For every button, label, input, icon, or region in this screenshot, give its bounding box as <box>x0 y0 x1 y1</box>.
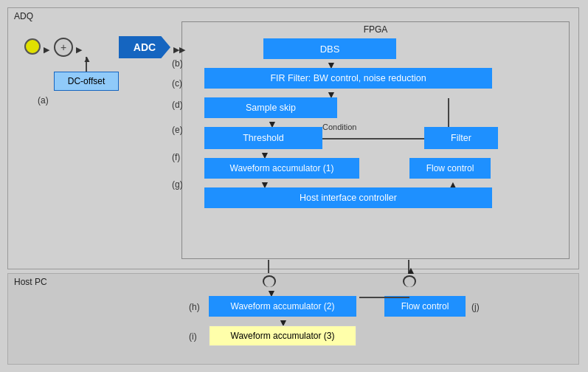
adc-box: ADC <box>119 36 170 58</box>
arrow-sum-adc: ▶ <box>76 45 82 55</box>
waveform-acc-2-box: Waveform accumulator (2) <box>209 296 356 317</box>
label-f: (f) <box>172 152 180 162</box>
waveform-acc-1-box: Waveform accumulator (1) <box>204 158 359 179</box>
flow-control-2-box: Flow control <box>384 296 466 317</box>
adq-label: ADQ <box>14 11 33 21</box>
condition-line <box>322 138 424 140</box>
label-b: (b) <box>172 58 183 69</box>
dc-offset-box: DC-offset <box>54 72 119 91</box>
condition-label: Condition <box>322 123 356 131</box>
fpga-label: FPGA <box>182 22 569 35</box>
label-d: (d) <box>172 100 183 110</box>
flow-control-1-box: Flow control <box>409 158 491 179</box>
arrow-in: ▶ <box>44 45 49 55</box>
vline-left-connector <box>268 260 269 273</box>
dbs-box: DBS <box>263 38 396 59</box>
label-a: (a) <box>38 95 49 106</box>
waveform-acc-3-box: Waveform accumulator (3) <box>209 326 356 346</box>
diagram: ADQ FPGA DBS ▼ FIR Filter: BW control, n… <box>7 7 579 365</box>
filter-box: Filter <box>424 127 498 149</box>
label-c: (c) <box>172 78 182 89</box>
arrow-adc-fpga: ▶▶ <box>173 45 185 55</box>
sample-skip-box: Sample skip <box>204 97 337 118</box>
hline-fc-connector <box>359 297 409 298</box>
label-i: (i) <box>189 331 197 342</box>
host-label: Host PC <box>14 277 47 287</box>
connector-loop-left <box>263 275 276 287</box>
label-j: (j) <box>471 302 480 312</box>
arrow-up-dcoffset: ▲ <box>83 54 91 64</box>
connector-loop-right <box>403 275 416 287</box>
label-e: (e) <box>172 125 183 135</box>
host-region: Host PC ▼ Waveform accumulator (2) Flow … <box>7 273 579 365</box>
sum-circle: + <box>54 38 73 57</box>
fpga-region: FPGA DBS ▼ FIR Filter: BW control, noise… <box>181 21 570 259</box>
host-interface-box: Host interface controller <box>204 187 492 208</box>
arrow-up-fc2: ▲ <box>406 264 416 276</box>
fir-box: FIR Filter: BW control, noise reduction <box>204 68 492 89</box>
label-g: (g) <box>172 179 183 190</box>
adq-region: ADQ FPGA DBS ▼ FIR Filter: BW control, n… <box>7 7 579 269</box>
signal-input-circle <box>24 38 41 55</box>
threshold-box: Threshold <box>204 127 322 149</box>
label-h: (h) <box>189 302 200 312</box>
